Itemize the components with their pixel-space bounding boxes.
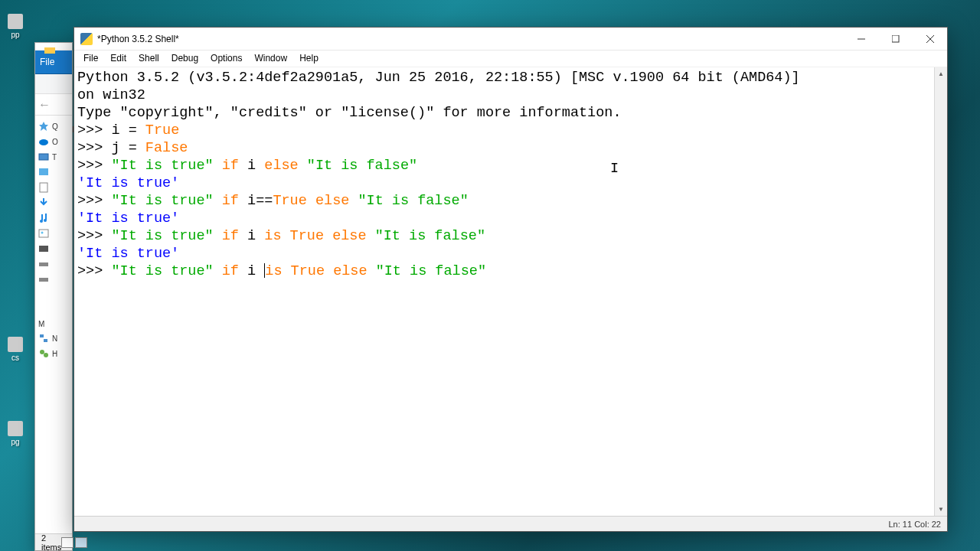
shell-text-area[interactable]: Python 3.5.2 (v3.5.2:4def2a2901a5, Jun 2… bbox=[74, 67, 947, 516]
nav-item[interactable]: H bbox=[37, 346, 70, 361]
desktop-icon[interactable]: pp bbox=[0, 14, 31, 39]
svg-rect-13 bbox=[44, 339, 47, 342]
scroll-up-icon[interactable]: ▲ bbox=[935, 67, 947, 80]
menu-debug[interactable]: Debug bbox=[165, 51, 204, 67]
nav-item[interactable]: N bbox=[37, 331, 70, 346]
details-view-icon[interactable] bbox=[61, 537, 74, 548]
desktop-icon-label: pg bbox=[11, 438, 19, 446]
onedrive-icon bbox=[38, 136, 49, 147]
keyword: else bbox=[332, 228, 375, 244]
code-text: i = bbox=[111, 122, 145, 139]
code-text: i bbox=[239, 263, 264, 279]
minimize-icon bbox=[858, 35, 865, 43]
svg-point-1 bbox=[39, 139, 48, 145]
folder-icon bbox=[44, 47, 55, 54]
titlebar[interactable]: *Python 3.5.2 Shell* bbox=[74, 28, 947, 51]
drive-icon bbox=[38, 259, 49, 269]
pictures-icon bbox=[38, 228, 49, 239]
keyword: True bbox=[273, 193, 306, 209]
nav-item[interactable] bbox=[37, 210, 70, 226]
cursor-position: Ln: 11 Col: 22 bbox=[889, 520, 942, 529]
output-line: 'It is true' bbox=[77, 246, 179, 262]
desktop-icon[interactable]: pg bbox=[0, 421, 31, 446]
prompt: >>> bbox=[77, 228, 111, 244]
svg-point-6 bbox=[44, 219, 47, 222]
nav-item[interactable]: Q bbox=[37, 119, 70, 134]
banner-line: Type "copyright", "credits" or "license(… bbox=[77, 105, 622, 121]
explorer-file-tab[interactable]: File bbox=[35, 51, 72, 74]
menubar: File Edit Shell Debug Options Window Hel… bbox=[74, 51, 947, 67]
menu-options[interactable]: Options bbox=[204, 51, 248, 67]
menu-window[interactable]: Window bbox=[248, 51, 293, 67]
keyword: True bbox=[290, 228, 324, 244]
star-icon bbox=[38, 121, 49, 132]
keyword: if bbox=[214, 228, 239, 244]
shell-content[interactable]: Python 3.5.2 (v3.5.2:4def2a2901a5, Jun 2… bbox=[74, 67, 934, 516]
keyword: else bbox=[315, 193, 358, 209]
status-bar: Ln: 11 Col: 22 bbox=[74, 516, 947, 531]
item-count: 2 items bbox=[41, 533, 61, 552]
keyword: is bbox=[265, 263, 282, 279]
menu-help[interactable]: Help bbox=[293, 51, 325, 67]
vertical-scrollbar[interactable]: ▲ ▼ bbox=[934, 67, 947, 516]
prompt: >>> bbox=[77, 263, 111, 279]
view-mode-icons[interactable] bbox=[61, 537, 87, 548]
string-literal: "It is true" bbox=[111, 263, 213, 279]
videos-icon bbox=[38, 243, 49, 254]
back-icon[interactable]: ← bbox=[38, 98, 51, 112]
keyword: else bbox=[264, 158, 307, 174]
svg-marker-0 bbox=[39, 122, 48, 131]
explorer-titlebar bbox=[35, 43, 72, 51]
prompt: >>> bbox=[77, 122, 111, 139]
prompt: >>> bbox=[77, 158, 111, 174]
nav-item[interactable] bbox=[37, 180, 70, 195]
keyword: else bbox=[333, 263, 376, 279]
nav-item[interactable]: O bbox=[37, 134, 70, 149]
desktop-icon[interactable]: cs bbox=[0, 337, 31, 362]
nav-item[interactable]: M bbox=[37, 318, 70, 331]
maximize-button[interactable] bbox=[878, 28, 913, 51]
keyword: if bbox=[214, 158, 239, 174]
nav-item[interactable]: T bbox=[37, 149, 70, 165]
explorer-nav-bar: ← bbox=[35, 94, 72, 116]
code-text bbox=[282, 228, 290, 244]
nav-item[interactable] bbox=[37, 226, 70, 241]
svg-point-15 bbox=[44, 353, 48, 357]
pc-icon bbox=[38, 152, 49, 162]
window-controls bbox=[844, 28, 947, 51]
drive-icon bbox=[38, 274, 49, 285]
code-text: i bbox=[239, 158, 264, 174]
nav-item[interactable] bbox=[37, 272, 70, 287]
close-button[interactable] bbox=[913, 28, 947, 51]
menu-shell[interactable]: Shell bbox=[132, 51, 165, 67]
explorer-ribbon bbox=[35, 74, 72, 94]
code-text bbox=[324, 228, 332, 244]
large-icons-view-icon[interactable] bbox=[75, 537, 87, 548]
nav-item[interactable] bbox=[37, 165, 70, 180]
explorer-nav-pane: Q O T M N H bbox=[35, 116, 72, 364]
svg-rect-11 bbox=[39, 278, 48, 282]
code-text: j = bbox=[111, 140, 145, 156]
nav-item[interactable] bbox=[37, 256, 70, 272]
nav-item[interactable] bbox=[37, 195, 70, 210]
keyword: True bbox=[145, 122, 179, 139]
svg-rect-10 bbox=[39, 262, 48, 266]
homegroup-icon bbox=[38, 348, 49, 359]
minimize-button[interactable] bbox=[844, 28, 878, 51]
downloads-icon bbox=[38, 197, 49, 208]
keyword: True bbox=[291, 263, 325, 279]
string-literal: "It is false" bbox=[376, 263, 486, 279]
string-literal: "It is true" bbox=[111, 158, 213, 174]
string-literal: "It is true" bbox=[111, 228, 213, 244]
nav-item[interactable] bbox=[37, 241, 70, 256]
svg-rect-2 bbox=[39, 154, 48, 160]
output-line: 'It is true' bbox=[77, 175, 179, 191]
menu-edit[interactable]: Edit bbox=[104, 51, 132, 67]
code-text bbox=[307, 193, 315, 209]
explorer-status-bar: 2 items bbox=[35, 533, 72, 550]
scroll-down-icon[interactable]: ▼ bbox=[935, 503, 947, 516]
menu-file[interactable]: File bbox=[77, 51, 104, 67]
string-literal: "It is false" bbox=[375, 228, 485, 244]
banner-line: Python 3.5.2 (v3.5.2:4def2a2901a5, Jun 2… bbox=[77, 70, 800, 86]
svg-point-14 bbox=[40, 350, 44, 354]
